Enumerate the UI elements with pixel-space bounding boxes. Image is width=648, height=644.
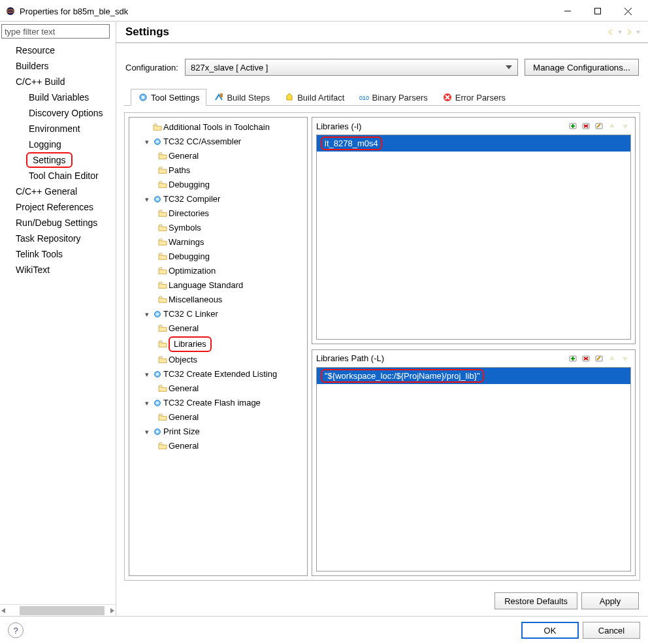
svg-rect-20 (159, 153, 162, 155)
tab-build-artifact[interactable]: Build Artifact (277, 89, 351, 106)
tree-node[interactable]: Optimization (131, 264, 306, 278)
configuration-combo[interactable]: 827x_slave [ Active ] (185, 59, 518, 76)
move-down-icon[interactable] (619, 353, 631, 364)
folder-icon (157, 383, 169, 394)
nav-item[interactable]: C/C++ General (3, 184, 116, 199)
help-button[interactable]: ? (8, 622, 24, 638)
libraries-path-label: Libraries Path (-L) (316, 353, 567, 363)
nav-item[interactable]: Logging (3, 137, 116, 152)
add-icon[interactable] (567, 353, 579, 364)
add-icon[interactable] (567, 120, 579, 132)
folder-icon (157, 266, 169, 276)
manage-configurations-button[interactable]: Manage Configurations... (525, 59, 639, 76)
edit-icon[interactable] (593, 353, 605, 364)
twist-icon[interactable]: ▾ (142, 368, 152, 381)
nav-item[interactable]: Settings (26, 152, 73, 168)
svg-point-33 (156, 313, 159, 315)
gear-icon (152, 137, 163, 147)
libraries-path-list-item[interactable]: "${workspace_loc:/${ProjName}/proj_lib}" (317, 368, 630, 384)
folder-icon (157, 323, 169, 334)
tab-icon (138, 92, 148, 103)
svg-rect-17 (154, 124, 157, 126)
tree-node[interactable]: ▾TC32 CC/Assembler (131, 135, 306, 149)
nav-item[interactable]: C/C++ Build (3, 74, 116, 89)
svg-rect-29 (159, 268, 162, 270)
maximize-button[interactable] (583, 3, 613, 20)
tree-node[interactable]: Warnings (131, 235, 306, 250)
nav-item[interactable]: Tool Chain Editor (3, 168, 116, 184)
libraries-list[interactable]: lt_8278_m0s4 (316, 135, 631, 340)
nav-item[interactable]: Run/Debug Settings (3, 215, 116, 231)
tree-node[interactable]: ▾TC32 Create Flash image (131, 396, 306, 410)
folder-icon (152, 122, 163, 133)
gear-icon (152, 309, 163, 319)
tree-node[interactable]: Additional Tools in Toolchain (131, 120, 306, 135)
tree-node[interactable]: Objects (131, 353, 306, 367)
nav-tree[interactable]: ResourceBuildersC/C++ BuildBuild Variabl… (0, 41, 116, 604)
move-down-icon[interactable] (619, 120, 631, 132)
twist-icon[interactable]: ▾ (142, 308, 152, 321)
heading-nav-arrows[interactable] (606, 27, 641, 37)
edit-icon[interactable] (593, 120, 605, 132)
nav-item[interactable]: Telink Tools (3, 246, 116, 262)
twist-icon[interactable]: ▾ (142, 193, 152, 206)
twist-icon[interactable]: ▾ (142, 396, 152, 410)
tree-node[interactable]: Language Standard (131, 278, 306, 293)
tree-node[interactable]: Miscellaneous (131, 293, 306, 307)
tab-build-steps[interactable]: Build Steps (206, 89, 277, 106)
delete-icon[interactable] (580, 120, 592, 132)
libraries-label: Libraries (-l) (316, 121, 567, 131)
nav-item[interactable]: Project References (3, 199, 116, 215)
apply-button[interactable]: Apply (581, 592, 639, 609)
tree-node[interactable]: Directories (131, 206, 306, 221)
tree-node[interactable]: ▾TC32 C Linker (131, 307, 306, 321)
tab-binary-parsers[interactable]: 010Binary Parsers (351, 89, 434, 106)
delete-icon[interactable] (580, 353, 592, 364)
tree-node[interactable]: ▾TC32 Create Extended Listing (131, 367, 306, 381)
twist-icon[interactable]: ▾ (142, 425, 152, 438)
tree-node[interactable]: Libraries (131, 336, 306, 353)
tree-node[interactable]: General (131, 381, 306, 396)
ok-button[interactable]: OK (521, 622, 579, 639)
nav-item[interactable]: Discovery Options (3, 105, 116, 121)
tool-settings-tree[interactable]: Additional Tools in Toolchain▾TC32 CC/As… (129, 117, 308, 576)
cancel-button[interactable]: Cancel (583, 622, 640, 639)
folder-icon (157, 251, 169, 262)
svg-rect-21 (159, 167, 162, 169)
nav-item[interactable]: WikiText (3, 262, 116, 278)
svg-rect-3 (595, 8, 601, 14)
move-up-icon[interactable] (606, 120, 618, 132)
nav-item[interactable]: Task Repository (3, 231, 116, 246)
tree-node[interactable]: General (131, 410, 306, 425)
tree-node[interactable]: General (131, 321, 306, 336)
filter-text-input[interactable] (1, 24, 110, 39)
minimize-button[interactable] (553, 3, 583, 20)
libraries-path-list[interactable]: "${workspace_loc:/${ProjName}/proj_lib}" (316, 367, 631, 572)
nav-item[interactable]: Builders (3, 58, 116, 74)
tree-node[interactable]: Debugging (131, 250, 306, 264)
tree-node[interactable]: Paths (131, 163, 306, 178)
eclipse-icon (5, 6, 16, 16)
tree-node[interactable]: Symbols (131, 221, 306, 235)
move-up-icon[interactable] (606, 353, 618, 364)
folder-icon (157, 441, 169, 451)
libraries-list-item[interactable]: lt_8278_m0s4 (317, 135, 630, 152)
svg-rect-31 (159, 297, 162, 298)
tab-tool-settings[interactable]: Tool Settings (131, 89, 206, 106)
twist-icon[interactable]: ▾ (142, 135, 152, 148)
svg-point-11 (142, 96, 144, 99)
tree-node[interactable]: ▾Print Size (131, 425, 306, 439)
tree-node[interactable]: Debugging (131, 178, 306, 192)
nav-item[interactable]: Resource (3, 42, 116, 58)
tree-node[interactable]: General (131, 149, 306, 163)
nav-item[interactable]: Environment (3, 121, 116, 137)
nav-item[interactable]: Build Variables (3, 89, 116, 105)
tree-node[interactable]: ▾TC32 Compiler (131, 192, 306, 206)
tab-error-parsers[interactable]: Error Parsers (435, 89, 513, 106)
svg-point-44 (156, 430, 159, 433)
tree-node[interactable]: General (131, 439, 306, 453)
close-button[interactable] (613, 3, 643, 20)
svg-rect-28 (159, 253, 162, 255)
nav-horizontal-scrollbar[interactable] (0, 604, 116, 616)
restore-defaults-button[interactable]: Restore Defaults (494, 592, 577, 609)
